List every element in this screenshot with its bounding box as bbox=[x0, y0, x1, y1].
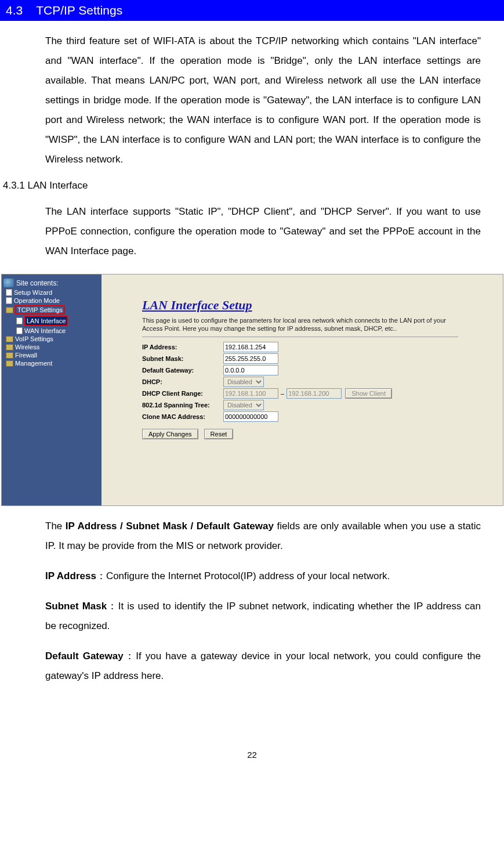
folder-icon bbox=[6, 336, 13, 342]
page-icon bbox=[6, 297, 12, 304]
sidebar-item-wireless[interactable]: Wireless bbox=[3, 343, 101, 351]
dhcp-select[interactable]: Disabled bbox=[223, 377, 264, 387]
section-title: TCP/IP Settings bbox=[36, 3, 122, 17]
folder-icon bbox=[6, 360, 13, 367]
page-icon bbox=[16, 317, 23, 324]
dhcp-range-end-input bbox=[287, 388, 342, 399]
page-icon bbox=[16, 327, 23, 334]
def-mask-label: Subnet Mask bbox=[45, 601, 107, 612]
dhcp-label: DHCP: bbox=[142, 378, 223, 385]
show-client-button[interactable]: Show Client bbox=[345, 388, 392, 399]
spanning-tree-label: 802.1d Spanning Tree: bbox=[142, 402, 223, 409]
dhcp-range-start-input bbox=[223, 388, 278, 399]
sidebar-item-wan-interface[interactable]: WAN Interface bbox=[3, 327, 101, 335]
subsection-heading: 4.3.1 LAN Interface bbox=[0, 169, 504, 191]
clone-mac-input[interactable] bbox=[223, 411, 278, 422]
page-number: 22 bbox=[0, 750, 504, 768]
globe-icon bbox=[3, 279, 14, 287]
def-sep: ： bbox=[107, 601, 118, 612]
sidebar-item-label: TCP/IP Settings bbox=[15, 305, 65, 315]
sidebar-item-management[interactable]: Management bbox=[3, 359, 101, 367]
sidebar-item-label: LAN Interface bbox=[24, 316, 68, 326]
ip-address-definition: IP Address：Configure the Internet Protoc… bbox=[0, 556, 504, 586]
apply-changes-button[interactable]: Apply Changes bbox=[142, 429, 198, 439]
folder-icon bbox=[6, 344, 13, 350]
sidebar-item-operation-mode[interactable]: Operation Mode bbox=[3, 297, 101, 305]
default-gateway-input[interactable] bbox=[223, 365, 278, 375]
def-sep: ： bbox=[96, 570, 106, 581]
ip-address-input[interactable] bbox=[223, 342, 278, 352]
para3-lead: The bbox=[45, 521, 66, 532]
nav-sidebar: Site contents: Setup Wizard Operation Mo… bbox=[2, 274, 101, 505]
lan-interface-screenshot: Site contents: Setup Wizard Operation Mo… bbox=[1, 274, 503, 506]
page-icon bbox=[6, 289, 12, 296]
lan-intro-paragraph: The LAN interface supports "Static IP", … bbox=[0, 191, 504, 261]
sidebar-item-setup-wizard[interactable]: Setup Wizard bbox=[3, 288, 101, 297]
sidebar-item-label: Management bbox=[15, 360, 52, 367]
range-dash: – bbox=[278, 390, 287, 397]
ip-address-label: IP Address: bbox=[142, 344, 223, 350]
clone-mac-label: Clone MAC Address: bbox=[142, 413, 223, 420]
def-ip-label: IP Address bbox=[45, 570, 96, 581]
def-ip-text: Configure the Internet Protocol(IP) addr… bbox=[106, 570, 390, 581]
sidebar-item-label: Firewall bbox=[15, 352, 37, 359]
config-panel: LAN Interface Setup This page is used to… bbox=[101, 274, 503, 505]
section-header: 4.3 TCP/IP Settings bbox=[0, 0, 504, 21]
sidebar-item-label: Setup Wizard bbox=[14, 289, 52, 296]
intro-paragraph: The third feature set of WIFI-ATA is abo… bbox=[0, 21, 504, 169]
sidebar-item-tcpip[interactable]: TCP/IP Settings bbox=[3, 305, 101, 315]
dhcp-range-label: DHCP Client Range: bbox=[142, 390, 223, 397]
folder-icon bbox=[6, 352, 13, 359]
sidebar-title-row: Site contents: bbox=[3, 277, 101, 288]
sidebar-item-label: Wireless bbox=[15, 344, 39, 350]
default-gateway-definition: Default Gateway：If you have a gateway de… bbox=[0, 636, 504, 686]
default-gateway-label: Default Gateway: bbox=[142, 367, 223, 374]
subnet-mask-input[interactable] bbox=[223, 353, 278, 364]
sidebar-title: Site contents: bbox=[16, 279, 59, 287]
spanning-tree-select[interactable]: Disabled bbox=[223, 400, 264, 410]
para3-bold: IP Address / Subnet Mask / Default Gatew… bbox=[66, 521, 274, 532]
subnet-mask-label: Subnet Mask: bbox=[142, 355, 223, 362]
def-gw-label: Default Gateway bbox=[45, 651, 124, 662]
folder-icon bbox=[6, 307, 13, 313]
sidebar-item-label: VoIP Settings bbox=[15, 335, 53, 342]
panel-description: This page is used to configure the param… bbox=[142, 316, 455, 333]
def-sep: ： bbox=[124, 651, 136, 662]
sidebar-item-voip[interactable]: VoIP Settings bbox=[3, 335, 101, 343]
panel-title: LAN Interface Setup bbox=[142, 298, 491, 313]
sidebar-item-firewall[interactable]: Firewall bbox=[3, 351, 101, 359]
sidebar-item-label: Operation Mode bbox=[14, 297, 60, 304]
divider bbox=[142, 337, 458, 337]
sidebar-item-lan-interface[interactable]: LAN Interface bbox=[3, 315, 101, 327]
section-number: 4.3 bbox=[6, 3, 23, 17]
subnet-mask-definition: Subnet Mask：It is used to identify the I… bbox=[0, 586, 504, 636]
reset-button[interactable]: Reset bbox=[204, 429, 234, 439]
field-availability-paragraph: The IP Address / Subnet Mask / Default G… bbox=[0, 506, 504, 556]
sidebar-item-label: WAN Interface bbox=[24, 327, 66, 334]
